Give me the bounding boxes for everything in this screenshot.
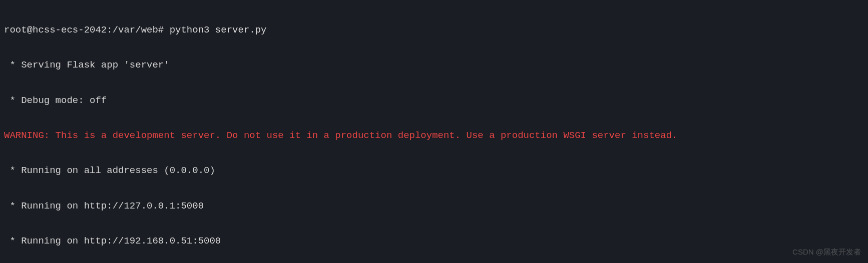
flask-running-ip-line: * Running on http://192.168.0.51:5000: [4, 232, 864, 250]
watermark-text: CSDN @黑夜开发者: [792, 245, 861, 259]
terminal-output: root@hcss-ecs-2042:/var/web# python3 ser…: [4, 4, 864, 263]
shell-prompt-line: root@hcss-ecs-2042:/var/web# python3 ser…: [4, 22, 864, 39]
flask-warning-line: WARNING: This is a development server. D…: [4, 127, 864, 144]
flask-running-local-line: * Running on http://127.0.0.1:5000: [4, 198, 864, 215]
flask-serving-line: * Serving Flask app 'server': [4, 56, 864, 74]
flask-running-all-line: * Running on all addresses (0.0.0.0): [4, 162, 864, 180]
flask-debug-line: * Debug mode: off: [4, 92, 864, 110]
